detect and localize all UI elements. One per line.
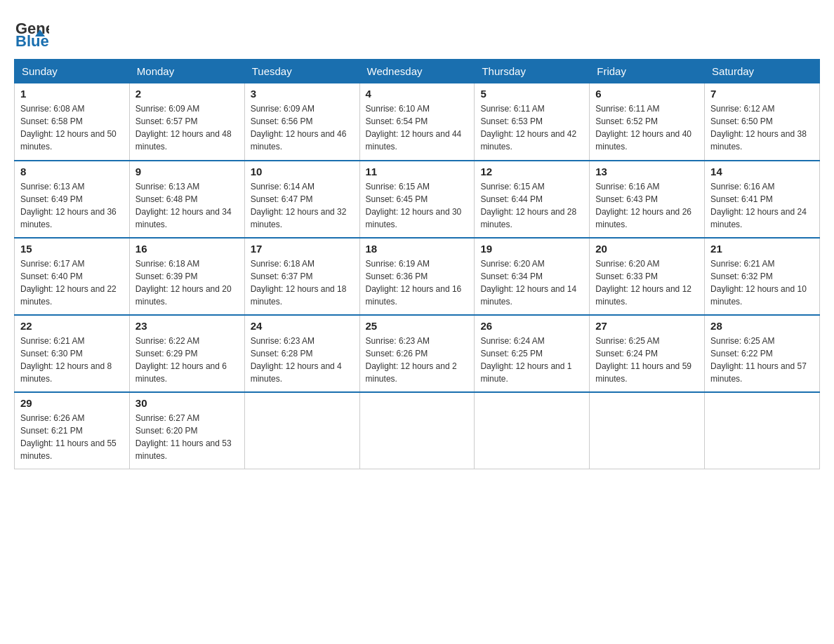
day-number: 29 [20,397,124,409]
empty-cell [590,392,705,469]
day-info: Sunrise: 6:17 AMSunset: 6:40 PMDaylight:… [20,257,124,308]
day-number: 25 [366,320,469,332]
day-number: 22 [20,320,124,332]
day-cell-14: 14Sunrise: 6:16 AMSunset: 6:41 PMDayligh… [705,161,820,238]
weekday-header-saturday: Saturday [705,60,820,83]
day-number: 2 [135,88,239,100]
day-number: 10 [251,166,354,177]
day-number: 7 [710,88,814,100]
day-number: 17 [251,243,354,255]
day-cell-15: 15Sunrise: 6:17 AMSunset: 6:40 PMDayligh… [15,238,130,315]
day-info: Sunrise: 6:21 AMSunset: 6:32 PMDaylight:… [710,257,814,308]
weekday-header-row: SundayMondayTuesdayWednesdayThursdayFrid… [15,60,820,83]
day-cell-8: 8Sunrise: 6:13 AMSunset: 6:49 PMDaylight… [15,161,130,238]
day-info: Sunrise: 6:08 AMSunset: 6:58 PMDaylight:… [20,102,124,153]
day-cell-20: 20Sunrise: 6:20 AMSunset: 6:33 PMDayligh… [590,238,705,315]
day-cell-10: 10Sunrise: 6:14 AMSunset: 6:47 PMDayligh… [244,161,359,238]
day-number: 15 [20,243,124,255]
day-number: 9 [135,166,239,177]
day-cell-30: 30Sunrise: 6:27 AMSunset: 6:20 PMDayligh… [129,392,244,469]
day-cell-11: 11Sunrise: 6:15 AMSunset: 6:45 PMDayligh… [359,161,475,238]
week-row-5: 29Sunrise: 6:26 AMSunset: 6:21 PMDayligh… [15,392,820,469]
day-number: 16 [135,243,239,255]
day-cell-28: 28Sunrise: 6:25 AMSunset: 6:22 PMDayligh… [705,315,820,392]
day-number: 27 [595,320,699,332]
day-cell-2: 2Sunrise: 6:09 AMSunset: 6:57 PMDaylight… [129,83,244,161]
day-cell-27: 27Sunrise: 6:25 AMSunset: 6:24 PMDayligh… [590,315,705,392]
day-number: 26 [480,320,583,332]
empty-cell [475,392,590,469]
day-info: Sunrise: 6:11 AMSunset: 6:52 PMDaylight:… [595,102,699,153]
day-cell-24: 24Sunrise: 6:23 AMSunset: 6:28 PMDayligh… [244,315,359,392]
day-cell-12: 12Sunrise: 6:15 AMSunset: 6:44 PMDayligh… [475,161,590,238]
day-info: Sunrise: 6:13 AMSunset: 6:49 PMDaylight:… [20,180,124,231]
day-cell-26: 26Sunrise: 6:24 AMSunset: 6:25 PMDayligh… [475,315,590,392]
day-info: Sunrise: 6:22 AMSunset: 6:29 PMDaylight:… [135,335,239,385]
day-cell-5: 5Sunrise: 6:11 AMSunset: 6:53 PMDaylight… [475,83,590,161]
day-info: Sunrise: 6:18 AMSunset: 6:37 PMDaylight:… [251,257,354,308]
day-number: 14 [710,166,814,177]
day-info: Sunrise: 6:23 AMSunset: 6:28 PMDaylight:… [251,335,354,385]
calendar-table: SundayMondayTuesdayWednesdayThursdayFrid… [14,59,820,469]
day-info: Sunrise: 6:27 AMSunset: 6:20 PMDaylight:… [135,412,239,462]
week-row-4: 22Sunrise: 6:21 AMSunset: 6:30 PMDayligh… [15,315,820,392]
day-cell-23: 23Sunrise: 6:22 AMSunset: 6:29 PMDayligh… [129,315,244,392]
logo-graphic: General Blue [14,14,49,52]
day-number: 18 [366,243,469,255]
day-number: 3 [251,88,354,100]
day-info: Sunrise: 6:20 AMSunset: 6:34 PMDaylight:… [480,257,583,308]
day-number: 23 [135,320,239,332]
day-info: Sunrise: 6:26 AMSunset: 6:21 PMDaylight:… [20,412,124,462]
weekday-header-thursday: Thursday [475,60,590,83]
day-number: 24 [251,320,354,332]
day-number: 1 [20,88,124,100]
day-info: Sunrise: 6:14 AMSunset: 6:47 PMDaylight:… [251,180,354,231]
day-info: Sunrise: 6:15 AMSunset: 6:45 PMDaylight:… [366,180,469,231]
day-number: 12 [480,166,583,177]
day-cell-21: 21Sunrise: 6:21 AMSunset: 6:32 PMDayligh… [705,238,820,315]
day-number: 28 [710,320,814,332]
day-info: Sunrise: 6:09 AMSunset: 6:57 PMDaylight:… [135,102,239,153]
logo: General Blue [14,14,49,52]
day-cell-19: 19Sunrise: 6:20 AMSunset: 6:34 PMDayligh… [475,238,590,315]
day-cell-16: 16Sunrise: 6:18 AMSunset: 6:39 PMDayligh… [129,238,244,315]
day-info: Sunrise: 6:13 AMSunset: 6:48 PMDaylight:… [135,180,239,231]
day-info: Sunrise: 6:12 AMSunset: 6:50 PMDaylight:… [710,102,814,153]
day-number: 13 [595,166,699,177]
weekday-header-wednesday: Wednesday [359,60,475,83]
day-cell-13: 13Sunrise: 6:16 AMSunset: 6:43 PMDayligh… [590,161,705,238]
day-cell-7: 7Sunrise: 6:12 AMSunset: 6:50 PMDaylight… [705,83,820,161]
day-cell-3: 3Sunrise: 6:09 AMSunset: 6:56 PMDaylight… [244,83,359,161]
week-row-3: 15Sunrise: 6:17 AMSunset: 6:40 PMDayligh… [15,238,820,315]
day-number: 4 [366,88,469,100]
day-cell-25: 25Sunrise: 6:23 AMSunset: 6:26 PMDayligh… [359,315,475,392]
day-info: Sunrise: 6:21 AMSunset: 6:30 PMDaylight:… [20,335,124,385]
day-number: 20 [595,243,699,255]
day-number: 30 [135,397,239,409]
day-cell-17: 17Sunrise: 6:18 AMSunset: 6:37 PMDayligh… [244,238,359,315]
week-row-1: 1Sunrise: 6:08 AMSunset: 6:58 PMDaylight… [15,83,820,161]
weekday-header-monday: Monday [129,60,244,83]
day-cell-6: 6Sunrise: 6:11 AMSunset: 6:52 PMDaylight… [590,83,705,161]
day-cell-18: 18Sunrise: 6:19 AMSunset: 6:36 PMDayligh… [359,238,475,315]
day-number: 11 [366,166,469,177]
day-info: Sunrise: 6:18 AMSunset: 6:39 PMDaylight:… [135,257,239,308]
empty-cell [705,392,820,469]
day-cell-29: 29Sunrise: 6:26 AMSunset: 6:21 PMDayligh… [15,392,130,469]
day-cell-9: 9Sunrise: 6:13 AMSunset: 6:48 PMDaylight… [129,161,244,238]
page-header: General Blue [14,14,820,52]
weekday-header-sunday: Sunday [15,60,130,83]
day-cell-22: 22Sunrise: 6:21 AMSunset: 6:30 PMDayligh… [15,315,130,392]
day-info: Sunrise: 6:24 AMSunset: 6:25 PMDaylight:… [480,335,583,385]
day-info: Sunrise: 6:16 AMSunset: 6:41 PMDaylight:… [710,180,814,231]
weekday-header-tuesday: Tuesday [244,60,359,83]
day-number: 5 [480,88,583,100]
day-info: Sunrise: 6:11 AMSunset: 6:53 PMDaylight:… [480,102,583,153]
day-info: Sunrise: 6:20 AMSunset: 6:33 PMDaylight:… [595,257,699,308]
day-info: Sunrise: 6:16 AMSunset: 6:43 PMDaylight:… [595,180,699,231]
day-cell-1: 1Sunrise: 6:08 AMSunset: 6:58 PMDaylight… [15,83,130,161]
weekday-header-friday: Friday [590,60,705,83]
day-info: Sunrise: 6:19 AMSunset: 6:36 PMDaylight:… [366,257,469,308]
day-info: Sunrise: 6:10 AMSunset: 6:54 PMDaylight:… [366,102,469,153]
day-number: 21 [710,243,814,255]
